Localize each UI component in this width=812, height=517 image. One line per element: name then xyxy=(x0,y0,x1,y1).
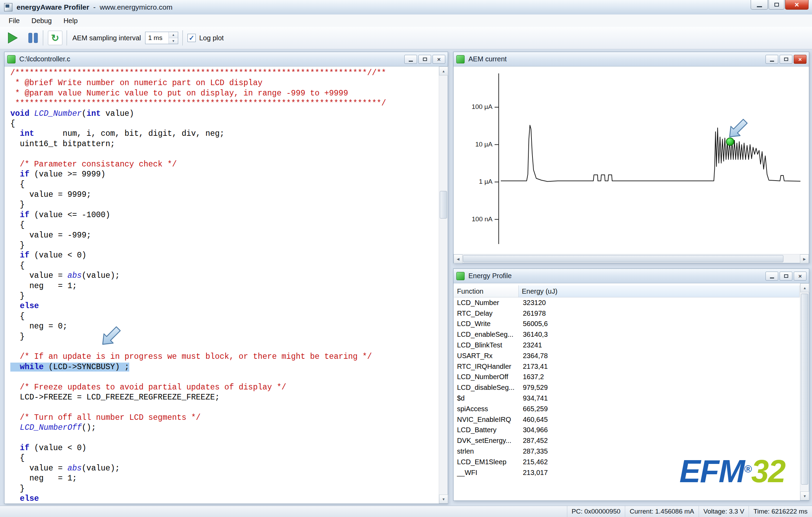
energy-table-header: Function Energy (uJ) xyxy=(454,285,800,297)
y-tick-label: 1 µA xyxy=(454,178,493,185)
restart-button[interactable]: ↻ xyxy=(48,31,62,45)
table-row[interactable]: RTC_IRQHandler2173,41 xyxy=(454,361,800,372)
sampling-interval-value: 1 ms xyxy=(145,32,169,44)
minimize-icon xyxy=(757,6,762,7)
scroll-thumb[interactable] xyxy=(801,294,808,485)
close-icon: × xyxy=(799,57,802,62)
scroll-down-button[interactable]: ▼ xyxy=(800,491,809,500)
code-line: { xyxy=(10,261,438,271)
code-line: { xyxy=(10,119,438,129)
code-line: value = -999; xyxy=(10,231,438,241)
scroll-thumb[interactable] xyxy=(463,255,783,262)
function-column-header[interactable]: Function xyxy=(454,285,519,297)
table-row[interactable]: NVIC_EnableIRQ460,645 xyxy=(454,414,800,425)
table-row[interactable]: USART_Rx2364,78 xyxy=(454,351,800,361)
table-row[interactable]: RTC_Delay261978 xyxy=(454,308,800,319)
code-line xyxy=(10,433,438,443)
scroll-up-button[interactable]: ▲ xyxy=(439,67,448,75)
energy-maximize-button[interactable] xyxy=(780,272,792,281)
code-minimize-button[interactable] xyxy=(404,55,417,64)
code-line: /* Turn off all number LCD segments */ xyxy=(10,413,438,423)
aem-window-icon xyxy=(456,55,465,63)
check-icon: ✓ xyxy=(189,34,195,42)
scroll-right-button[interactable]: ▶ xyxy=(800,254,809,263)
maximize-icon xyxy=(784,274,788,278)
aem-window-titlebar[interactable]: AEM current × xyxy=(454,52,809,67)
code-line: if (value >= 9999) xyxy=(10,170,438,180)
toolbar-separator xyxy=(67,30,68,45)
code-line: { xyxy=(10,180,438,190)
table-row[interactable]: LCD_disableSeg...979,529 xyxy=(454,382,800,393)
play-icon xyxy=(7,31,19,44)
maximize-icon xyxy=(784,58,788,61)
minimize-button[interactable] xyxy=(751,0,768,10)
scroll-up-button[interactable]: ▲ xyxy=(800,283,809,292)
table-row[interactable]: LCD_Number323120 xyxy=(454,297,800,308)
energy-window-titlebar[interactable]: Energy Profile × xyxy=(454,269,809,283)
code-editor[interactable]: /***************************************… xyxy=(5,67,438,503)
menu-file[interactable]: File xyxy=(3,14,26,27)
table-row[interactable]: $d934,741 xyxy=(454,393,800,404)
log-plot-checkbox[interactable]: ✓ xyxy=(187,34,196,42)
menu-help[interactable]: Help xyxy=(58,14,83,27)
app-titlebar[interactable]: energyAware Profiler - www.energymicro.c… xyxy=(0,0,812,15)
scroll-left-button[interactable]: ◀ xyxy=(454,254,463,263)
energy-table-body: LCD_Number323120RTC_Delay261978LCD_Write… xyxy=(454,297,800,478)
aem-maximize-button[interactable] xyxy=(780,55,792,64)
table-row[interactable]: LCD_NumberOff1637,2 xyxy=(454,372,800,383)
code-line: uint16_t bitpattern; xyxy=(10,139,438,149)
code-line: /***************************************… xyxy=(10,68,438,78)
aem-close-button[interactable]: × xyxy=(794,55,806,64)
code-line: } xyxy=(10,291,438,301)
energy-minimize-button[interactable] xyxy=(765,272,778,281)
measurement-marker[interactable] xyxy=(726,138,734,145)
close-button[interactable]: × xyxy=(785,0,809,10)
close-icon: × xyxy=(795,1,799,9)
code-line: * @brief Write number on numeric part on… xyxy=(10,78,438,88)
run-button[interactable] xyxy=(7,31,19,44)
menu-bar: FileDebugHelp xyxy=(0,14,812,27)
code-line: neg = 1; xyxy=(10,474,438,484)
code-line xyxy=(10,403,438,413)
energy-vscrollbar[interactable]: ▲ ▼ xyxy=(800,283,809,500)
table-row[interactable]: LCD_enableSeg...36140,3 xyxy=(454,329,800,340)
aem-plot: 100 µA10 µA1 µA100 nA xyxy=(454,67,809,254)
y-tick-label: 10 µA xyxy=(454,141,493,148)
code-maximize-button[interactable] xyxy=(418,55,431,64)
code-line: LCD->FREEZE = LCD_FREEZE_REGFREEZE_FREEZ… xyxy=(10,393,438,403)
menu-debug[interactable]: Debug xyxy=(26,14,58,27)
app-window: energyAware Profiler - www.energymicro.c… xyxy=(0,0,812,517)
scroll-down-button[interactable]: ▼ xyxy=(439,495,448,504)
current-waveform xyxy=(501,125,800,181)
spinner-up-button[interactable]: ▲ xyxy=(169,32,178,38)
energy-column-header[interactable]: Energy (uJ) xyxy=(519,285,800,297)
sampling-interval-spinner[interactable]: 1 ms ▲ ▼ xyxy=(145,32,178,44)
code-line xyxy=(10,372,438,382)
table-row[interactable]: LCD_Battery304,966 xyxy=(454,425,800,436)
spinner-down-button[interactable]: ▼ xyxy=(169,38,178,44)
minimize-icon xyxy=(770,61,774,62)
energy-close-button[interactable]: × xyxy=(794,272,806,281)
code-line: neg = 1; xyxy=(10,281,438,291)
restore-button[interactable] xyxy=(769,0,784,10)
y-tick-label: 100 µA xyxy=(454,103,493,111)
toolbar-separator xyxy=(182,30,183,45)
code-window-titlebar[interactable]: C:\lcdcontroller.c × xyxy=(4,52,448,67)
pause-button[interactable] xyxy=(28,32,39,44)
aem-chart xyxy=(454,67,809,254)
code-vscrollbar[interactable]: ▲ ▼ xyxy=(439,67,448,504)
scroll-thumb[interactable] xyxy=(440,191,447,219)
table-row[interactable]: spiAccess665,259 xyxy=(454,404,800,414)
aem-minimize-button[interactable] xyxy=(765,55,778,64)
aem-hscrollbar[interactable]: ◀ ▶ xyxy=(454,254,809,263)
minimize-icon xyxy=(409,61,413,62)
table-row[interactable]: LCD_Write56005,6 xyxy=(454,319,800,330)
code-line: void LCD_Number(int value) xyxy=(10,109,438,119)
table-row[interactable]: DVK_setEnergy...287,452 xyxy=(454,435,800,446)
table-row[interactable]: LCD_BlinkTest23241 xyxy=(454,340,800,351)
code-line: } xyxy=(10,484,438,494)
status-item: PC: 0x00000950 xyxy=(567,506,625,517)
code-line: ****************************************… xyxy=(10,99,438,109)
code-line: value = abs(value); xyxy=(10,271,438,281)
code-close-button[interactable]: × xyxy=(433,55,445,64)
